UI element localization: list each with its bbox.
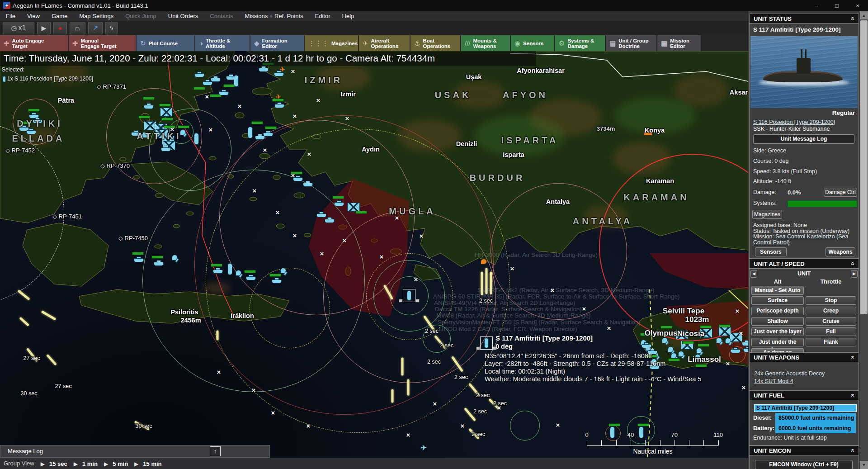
toolbar-mounts-weapons[interactable]: ///Mounts & Weapons xyxy=(461,35,510,51)
contact-x-mark[interactable]: × xyxy=(205,93,209,100)
unit-ship[interactable] xyxy=(272,278,281,282)
unit-installation[interactable] xyxy=(718,327,731,336)
lightning-button[interactable]: ϟ xyxy=(105,22,118,34)
unit-aircraft[interactable]: ✈ xyxy=(420,443,427,453)
unit-ship[interactable] xyxy=(26,128,35,133)
toolbar-boat-operations[interactable]: ⚓Boat Operations xyxy=(410,35,460,51)
toolbar-systems-damage[interactable]: ⚙Systems & Damage xyxy=(555,35,605,51)
contact-x-mark[interactable]: × xyxy=(433,400,437,407)
contact-x-mark[interactable]: × xyxy=(414,275,418,283)
unit-ship[interactable] xyxy=(154,260,163,264)
contact-x-mark[interactable]: × xyxy=(406,431,410,439)
contact-x-mark[interactable]: × xyxy=(307,150,311,158)
maximize-button[interactable]: □ xyxy=(826,0,847,11)
time-step-15-min[interactable]: 15 min xyxy=(143,460,161,467)
unit-submarine[interactable] xyxy=(234,75,239,87)
unit-submarine[interactable] xyxy=(194,133,199,145)
collapse-chevron-icon[interactable]: « xyxy=(849,355,857,359)
unit-emcon-header[interactable]: UNIT EMCON « xyxy=(750,446,859,455)
unit-ship[interactable] xyxy=(325,217,334,221)
manual-set-auto-button[interactable]: Manual - Set Auto xyxy=(751,286,804,295)
toolbar-magazines[interactable]: ⋮⋮⋮Magazines xyxy=(305,35,358,51)
damage-ctrl-button[interactable]: Damage Ctrl xyxy=(824,188,857,197)
contact-x-mark[interactable]: × xyxy=(742,384,746,391)
unit-ship[interactable] xyxy=(161,146,170,150)
throttle-button-creep[interactable]: Creep xyxy=(806,307,856,315)
unit-ship[interactable] xyxy=(316,212,326,216)
time-compression-button[interactable]: ◷ x1 xyxy=(3,22,34,34)
contact-x-mark[interactable]: × xyxy=(343,237,347,244)
unit-submarine[interactable] xyxy=(248,127,253,138)
alt-button-surface[interactable]: Surface xyxy=(751,296,804,305)
unit-installation[interactable] xyxy=(160,108,173,117)
contact-x-mark[interactable]: × xyxy=(320,250,324,257)
collapse-chevron-icon[interactable]: « xyxy=(849,393,857,397)
unit-weapons-header[interactable]: UNIT WEAPONS « xyxy=(750,353,859,362)
menu-item-editor[interactable]: Editor xyxy=(309,11,336,21)
contact-x-mark[interactable]: × xyxy=(420,232,424,240)
unit-class-link[interactable]: S 116 Poseidon [Type 209-1200] xyxy=(753,119,835,125)
contact-x-mark[interactable]: × xyxy=(739,329,743,337)
weapons-button[interactable]: Weapons xyxy=(826,247,855,256)
toolbar-sensors[interactable]: ◉Sensors xyxy=(511,35,554,51)
toolbar-throttle-altitude[interactable]: ◑Throttle & Altitude xyxy=(195,35,250,51)
throttle-button-full[interactable]: Full xyxy=(806,327,856,336)
sidebar-scrollbar[interactable]: ▲ ▼ xyxy=(860,11,868,469)
unit-ship[interactable] xyxy=(263,131,272,135)
toolbar-mission-editor[interactable]: ▦Mission Editor xyxy=(657,35,701,51)
contact-x-mark[interactable]: × xyxy=(217,368,221,376)
unit-ship[interactable] xyxy=(134,256,143,261)
contact-x-mark[interactable]: × xyxy=(582,305,586,313)
time-step-15-sec[interactable]: 15 sec xyxy=(49,460,67,467)
unit-radar-hostile[interactable] xyxy=(481,259,487,265)
contact-x-mark[interactable]: × xyxy=(556,421,560,429)
contact-x-mark[interactable]: × xyxy=(726,360,730,367)
unit-ship[interactable] xyxy=(255,134,264,138)
unit-radar-site[interactable] xyxy=(280,268,288,275)
magazines-button[interactable]: Magazines xyxy=(752,210,782,219)
contact-x-mark[interactable]: × xyxy=(510,265,514,272)
menu-item-help[interactable]: Help xyxy=(336,11,360,21)
unit-submarine-selected[interactable] xyxy=(403,289,415,302)
menu-item-unit-orders[interactable]: Unit Orders xyxy=(162,11,204,21)
toolbar-manual-engage-target[interactable]: ✚Manual Engage Target xyxy=(69,35,136,51)
contact-x-mark[interactable]: × xyxy=(291,67,295,75)
unit-radar-site[interactable] xyxy=(662,337,670,344)
unit-ship[interactable] xyxy=(219,90,228,94)
scrollbar-thumb[interactable] xyxy=(860,20,868,314)
unit-fuel-header[interactable]: UNIT FUEL « xyxy=(750,391,859,400)
throttle-button-flank[interactable]: Flank xyxy=(806,338,856,346)
menu-item-file[interactable]: File xyxy=(0,11,21,21)
toolbar-plot-course[interactable]: ↻Plot Course xyxy=(137,35,194,51)
play-button[interactable]: ▶ xyxy=(37,22,51,34)
contact-x-mark[interactable]: × xyxy=(293,112,297,120)
unit-message-log-button[interactable]: Unit Message Log xyxy=(753,134,854,144)
sensors-button[interactable]: Sensors xyxy=(755,247,787,256)
contact-x-mark[interactable]: × xyxy=(263,146,267,154)
contact-x-mark[interactable]: × xyxy=(461,422,465,430)
contact-x-mark[interactable]: × xyxy=(276,208,280,216)
unit-installation[interactable] xyxy=(347,203,360,212)
collapse-chevron-icon[interactable]: « xyxy=(849,17,857,20)
contact-x-mark[interactable]: × xyxy=(293,232,297,239)
toolbar-aircraft-operations[interactable]: ✈Aircraft Operations xyxy=(359,35,410,51)
contact-x-mark[interactable]: × xyxy=(238,102,242,110)
unit-radar-site[interactable] xyxy=(668,346,675,353)
unit-submarine[interactable] xyxy=(227,263,232,275)
message-log-bar[interactable]: Message Log ↑ xyxy=(0,445,270,458)
unit-aircraft-hostile[interactable]: ✈ xyxy=(279,65,285,74)
weapon-link[interactable]: 14x SUT Mod 4 xyxy=(754,378,793,384)
record-button[interactable]: ● xyxy=(53,22,67,34)
contact-x-mark[interactable]: × xyxy=(209,126,213,133)
scroll-down-icon[interactable]: ▼ xyxy=(860,461,868,469)
unit-radar-site[interactable] xyxy=(172,255,179,261)
throttle-button-cruise[interactable]: Cruise xyxy=(806,317,856,326)
unit-radar-site[interactable] xyxy=(678,351,686,358)
jump-button[interactable]: ↗ xyxy=(88,22,103,34)
unit-ship[interactable] xyxy=(246,275,255,279)
weapon-link[interactable]: 24x Generic Acoustic Decoy xyxy=(754,370,825,377)
time-step-1-min[interactable]: 1 min xyxy=(82,460,98,467)
contact-x-mark[interactable]: × xyxy=(736,307,740,315)
collapse-chevron-icon[interactable]: « xyxy=(849,262,857,265)
time-step-5-min[interactable]: 5 min xyxy=(113,460,128,467)
